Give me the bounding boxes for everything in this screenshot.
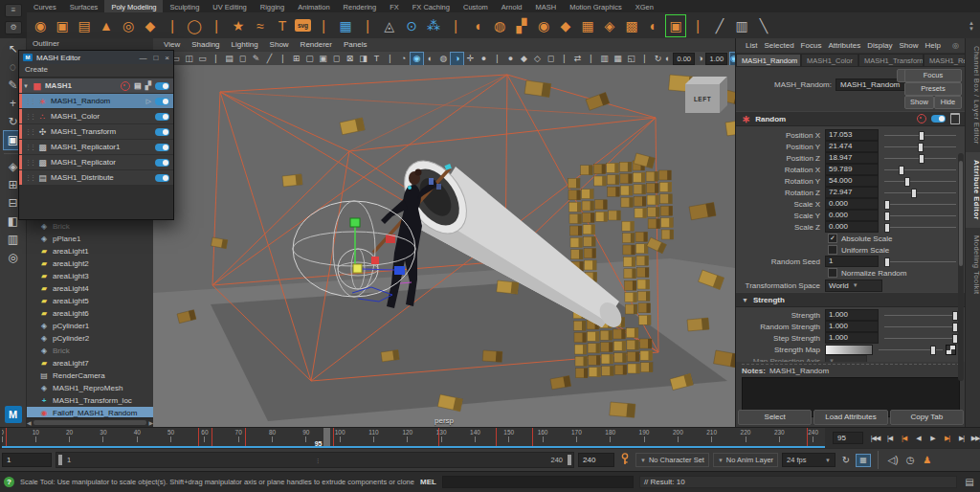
outliner-item[interactable]: ◈ pPlane1 — [27, 233, 153, 245]
cached-playback-toggle-icon[interactable]: ▦ — [857, 455, 870, 466]
viewport-toolbar-icon[interactable]: ▢ — [303, 53, 316, 65]
viewport-menu-item[interactable]: Show — [264, 40, 295, 49]
sidebar-vertical-tab[interactable]: Channel Box / Layer Editor — [966, 38, 980, 152]
viewport-toolbar-icon[interactable]: ⊞ — [290, 53, 302, 65]
slider-handle[interactable] — [952, 311, 958, 321]
poly-cube-icon[interactable]: ▣ — [53, 15, 72, 36]
minimize-icon[interactable]: — — [139, 54, 146, 62]
volume-icon[interactable]: ◁) — [886, 455, 900, 465]
scroll-left-icon[interactable]: ◀ — [27, 419, 32, 426]
view-cube[interactable]: LEFT — [685, 77, 727, 113]
notes-icon[interactable]: ▤ — [134, 81, 142, 90]
viewport-toolbar-icon[interactable]: ◆ — [518, 53, 530, 65]
attribute-editor-menu-item[interactable]: Selected — [761, 41, 796, 50]
shelf-scroll-arrows[interactable]: ▲▼ — [969, 20, 976, 32]
attribute-slider[interactable] — [884, 199, 956, 209]
shelf-tab[interactable]: Surfaces — [63, 0, 105, 12]
attribute-slider[interactable] — [879, 345, 943, 354]
shelf-tab[interactable]: Custom — [457, 0, 495, 12]
viewport-menu-item[interactable]: Panels — [338, 40, 372, 49]
attribute-slider[interactable] — [884, 153, 956, 163]
viewport-toolbar-icon[interactable]: ◻ — [545, 53, 557, 65]
sidebar-vertical-tab[interactable]: Attribute Editor — [966, 152, 980, 228]
viewport-toolbar-icon[interactable]: ● — [504, 53, 517, 65]
footer-button[interactable]: Copy Tab — [890, 410, 964, 425]
attribute-editor-tab[interactable]: MASH1_Random — [736, 54, 801, 66]
drag-handle-icon[interactable]: ⋮⋮ — [25, 128, 34, 136]
add-node-icon[interactable] — [121, 81, 130, 91]
sidebar-vertical-tab[interactable]: Modeling Toolkit — [966, 228, 980, 302]
attribute-value-field[interactable]: 1.000 — [825, 321, 879, 332]
slider-handle[interactable] — [884, 212, 890, 221]
viewport-toolbar-icon[interactable]: ◍ — [437, 53, 450, 65]
show-button[interactable]: Show — [904, 96, 934, 109]
slider-handle[interactable] — [904, 177, 910, 187]
curve-star-icon[interactable]: ★ — [229, 15, 248, 36]
record-icon[interactable] — [917, 114, 926, 123]
hypershade-layout-icon[interactable]: ▥ — [4, 231, 23, 249]
auto-keyframe-icon[interactable]: ♟ — [921, 455, 934, 465]
viewport-toolbar-icon[interactable]: ▤ — [223, 53, 235, 65]
outliner-item[interactable]: + MASH1_Transform_loc — [27, 394, 153, 407]
scale-y-handle[interactable] — [350, 218, 360, 227]
joint-icon[interactable]: ⊙ — [402, 15, 421, 36]
mash-node-row[interactable]: ⋮⋮ ✣ MASH1_Transform — [19, 124, 173, 139]
anim-layer-dropdown[interactable]: ▼No Anim Layer — [713, 453, 778, 467]
mash-grid-icon[interactable]: ▞ — [512, 15, 531, 36]
visibility-toggle[interactable] — [155, 82, 169, 90]
outliner-horizontal-scrollbar[interactable]: ◀ ▶ — [27, 417, 153, 427]
timeline-ruler[interactable]: 0 10 20 30 40 — [2, 428, 825, 449]
mash-node-row[interactable]: ⋮⋮ ∴ MASH1_Color — [19, 109, 173, 123]
attribute-slider[interactable] — [884, 322, 956, 331]
fps-dropdown[interactable]: 24 fps▼ — [782, 453, 835, 467]
slider-handle[interactable] — [918, 143, 924, 152]
attribute-editor-menu-item[interactable]: Attributes — [825, 41, 863, 50]
outliner-item[interactable]: ◈ MASH1_ReproMesh — [27, 382, 153, 394]
cluster-icon[interactable]: ⁂ — [424, 15, 443, 36]
outliner-item[interactable]: ◈ Brick — [27, 345, 153, 357]
help-icon[interactable]: ? — [4, 477, 14, 487]
connections-icon[interactable]: ▞ — [145, 81, 151, 90]
viewport-toolbar-icon[interactable]: ▥ — [598, 53, 611, 65]
collapse-caret-icon[interactable]: ▼ — [742, 297, 748, 303]
workspace-menu-icon[interactable]: ≡ — [5, 4, 22, 17]
range-end-grip[interactable] — [568, 455, 571, 465]
attribute-value-field[interactable]: 54.000 — [825, 175, 879, 187]
slider-handle[interactable] — [952, 334, 958, 344]
attribute-editor-scrollbar[interactable] — [958, 153, 964, 381]
attribute-slider[interactable] — [884, 310, 956, 320]
slider-handle[interactable] — [884, 200, 890, 210]
set-key-icon[interactable] — [618, 453, 632, 467]
normalize-random-checkbox[interactable] — [828, 268, 837, 278]
sync-icon[interactable]: ◷ — [903, 455, 917, 465]
node-enable-toggle[interactable] — [155, 98, 169, 105]
strength-map-swatch[interactable] — [825, 345, 873, 355]
range-start-grip[interactable] — [58, 455, 62, 465]
zoom-select-icon[interactable]: ◎ — [4, 249, 23, 267]
outliner-item[interactable]: ▰ areaLight2 — [27, 257, 153, 270]
attribute-slider[interactable] — [884, 222, 956, 232]
viewport-toolbar-icon[interactable]: ◻ — [236, 53, 249, 65]
step-forward-frame-button[interactable]: ▶| — [955, 431, 968, 445]
viewport-toolbar-icon[interactable]: | — [384, 53, 396, 65]
go-to-end-button[interactable]: ▶▶| — [969, 431, 980, 445]
scroll-thumb[interactable] — [33, 420, 147, 425]
node-enable-toggle[interactable] — [931, 115, 946, 123]
viewport-toolbar-icon[interactable]: ◨ — [357, 53, 369, 65]
pencil-curve-icon[interactable]: ≈ — [251, 15, 270, 36]
viewport-toolbar-icon[interactable]: ▭ — [196, 53, 209, 65]
command-line-input[interactable] — [442, 476, 634, 488]
drag-handle-icon[interactable]: ⋮⋮ — [25, 144, 34, 151]
viewport-menu-item[interactable]: Shading — [186, 40, 225, 49]
mash-dynamics-icon[interactable]: ◉ — [534, 15, 553, 36]
gamma-icon[interactable]: ◑ — [698, 53, 702, 65]
outliner-item[interactable]: ▰ areaLight3 — [27, 270, 153, 282]
attribute-value-field[interactable]: 1 — [825, 256, 879, 267]
attribute-slider[interactable] — [884, 333, 956, 343]
viewport-toolbar-icon[interactable]: ✛ — [464, 53, 477, 65]
collapse-caret-icon[interactable]: ▼ — [23, 83, 29, 89]
gamma-field[interactable]: 1.00 — [705, 53, 727, 65]
poly-cone-icon[interactable]: ▲ — [97, 15, 116, 36]
footer-button[interactable]: Select — [738, 410, 812, 425]
attribute-slider[interactable] — [884, 176, 956, 186]
